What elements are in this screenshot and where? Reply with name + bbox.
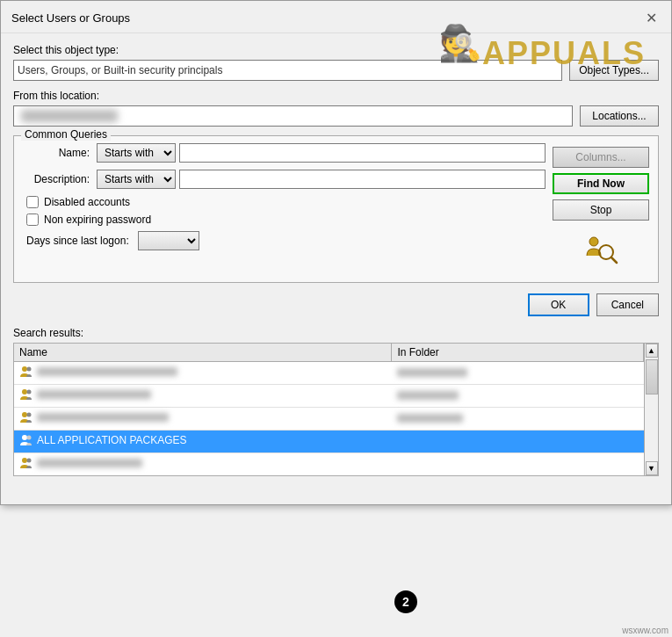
svg-point-5 bbox=[22, 389, 27, 395]
location-blurred-value bbox=[21, 110, 118, 122]
row-name-cell bbox=[14, 453, 392, 476]
blurred-folder-2 bbox=[397, 391, 459, 400]
location-row: Locations... bbox=[13, 105, 659, 127]
location-label: From this location: bbox=[13, 90, 659, 102]
scrollbar-thumb[interactable] bbox=[646, 359, 658, 395]
ok-button[interactable]: OK bbox=[528, 293, 589, 316]
name-value-input[interactable] bbox=[179, 143, 546, 163]
days-since-logon-label: Days since last logon: bbox=[26, 235, 129, 247]
svg-point-6 bbox=[27, 390, 32, 395]
stop-button[interactable]: Stop bbox=[553, 199, 649, 221]
table-row-selected[interactable]: ALL APPLICATION PACKAGES bbox=[14, 431, 644, 453]
common-queries-group: Common Queries Name: Starts with Is exac… bbox=[13, 135, 659, 283]
row-folder-cell bbox=[392, 385, 644, 408]
find-now-button[interactable]: Find Now bbox=[553, 173, 649, 194]
svg-point-0 bbox=[589, 237, 598, 246]
blurred-name-2 bbox=[37, 390, 151, 399]
row-folder-cell bbox=[392, 453, 644, 476]
row-name-cell-selected: ALL APPLICATION PACKAGES bbox=[14, 431, 392, 453]
user-group-icon bbox=[19, 410, 33, 424]
disabled-accounts-row: Disabled accounts bbox=[23, 196, 546, 208]
queries-right: Columns... Find Now Stop bbox=[553, 143, 649, 273]
days-since-logon-select[interactable]: 30 60 90 bbox=[138, 231, 199, 250]
description-value-input[interactable] bbox=[179, 170, 546, 189]
table-row[interactable] bbox=[14, 385, 644, 408]
dialog-title: Select Users or Groups bbox=[11, 11, 130, 25]
common-queries-title: Common Queries bbox=[21, 128, 111, 141]
table-row[interactable] bbox=[14, 408, 644, 431]
col-header-folder: In Folder bbox=[392, 344, 644, 362]
bottom-bar bbox=[1, 487, 671, 504]
days-since-logon-row: Days since last logon: 30 60 90 bbox=[23, 231, 546, 250]
table-row[interactable] bbox=[14, 362, 644, 385]
scrollbar-track: ▲ ▼ bbox=[644, 344, 658, 475]
row-name-cell bbox=[14, 385, 392, 408]
col-header-name: Name bbox=[14, 344, 392, 362]
non-expiring-checkbox[interactable] bbox=[26, 214, 39, 226]
search-results-label: Search results: bbox=[13, 327, 659, 339]
svg-point-10 bbox=[27, 436, 32, 440]
search-illustration bbox=[553, 226, 649, 273]
blurred-name-3 bbox=[37, 413, 169, 422]
site-watermark: wsxww.com bbox=[622, 626, 668, 635]
non-expiring-label: Non expiring password bbox=[44, 214, 151, 226]
cancel-button[interactable]: Cancel bbox=[596, 293, 659, 316]
description-field-label: Description: bbox=[23, 173, 93, 185]
search-people-icon bbox=[583, 233, 618, 266]
row-name-cell bbox=[14, 362, 392, 385]
watermark: 🕵️ APPUALS bbox=[482, 35, 646, 72]
queries-layout: Name: Starts with Is exactly Description… bbox=[23, 143, 649, 273]
results-table: Name In Folder bbox=[14, 344, 644, 475]
blurred-name-5 bbox=[37, 459, 142, 467]
locations-button[interactable]: Locations... bbox=[580, 105, 659, 127]
scroll-down-button[interactable]: ▼ bbox=[646, 461, 658, 475]
non-expiring-row: Non expiring password bbox=[23, 214, 546, 226]
columns-button[interactable]: Columns... bbox=[553, 147, 649, 168]
svg-line-2 bbox=[611, 257, 617, 263]
row-folder-cell-selected bbox=[392, 431, 644, 453]
queries-left: Name: Starts with Is exactly Description… bbox=[23, 143, 546, 273]
disabled-accounts-label: Disabled accounts bbox=[44, 196, 130, 208]
svg-point-4 bbox=[27, 367, 32, 372]
name-condition-select[interactable]: Starts with Is exactly bbox=[97, 143, 176, 163]
svg-point-11 bbox=[22, 458, 27, 463]
close-button[interactable]: ✕ bbox=[641, 8, 661, 27]
user-group-icon bbox=[19, 433, 33, 447]
blurred-folder-3 bbox=[397, 414, 463, 423]
table-inner: Name In Folder bbox=[14, 344, 644, 475]
dialog-window: Select Users or Groups ✕ Select this obj… bbox=[0, 0, 672, 505]
name-field-row: Name: Starts with Is exactly bbox=[23, 143, 546, 163]
table-row[interactable] bbox=[14, 453, 644, 476]
user-group-icon bbox=[19, 387, 33, 402]
svg-point-9 bbox=[22, 435, 27, 440]
description-field-row: Description: Starts with Is exactly bbox=[23, 170, 546, 189]
dialog-content: Select this object type: Object Types...… bbox=[1, 33, 671, 487]
row-folder-cell bbox=[392, 362, 644, 385]
svg-point-3 bbox=[22, 366, 27, 372]
selected-row-name: ALL APPLICATION PACKAGES bbox=[37, 434, 187, 446]
svg-point-8 bbox=[27, 413, 32, 417]
title-bar: Select Users or Groups ✕ bbox=[1, 1, 671, 33]
scroll-up-button[interactable]: ▲ bbox=[646, 344, 658, 358]
search-results-table-container: Name In Folder bbox=[13, 343, 659, 476]
annotation-circle-2: 2 bbox=[394, 590, 417, 613]
user-group-icon bbox=[19, 365, 33, 379]
blurred-folder-1 bbox=[397, 368, 467, 377]
svg-point-12 bbox=[27, 459, 32, 463]
description-condition-select[interactable]: Starts with Is exactly bbox=[97, 170, 176, 189]
ok-cancel-row: OK Cancel bbox=[13, 290, 659, 320]
user-group-icon bbox=[19, 456, 33, 470]
row-folder-cell bbox=[392, 408, 644, 431]
blurred-name-1 bbox=[37, 367, 177, 376]
row-name-cell bbox=[14, 408, 392, 431]
disabled-accounts-checkbox[interactable] bbox=[26, 196, 39, 208]
name-field-label: Name: bbox=[23, 147, 93, 159]
svg-point-7 bbox=[22, 412, 27, 417]
